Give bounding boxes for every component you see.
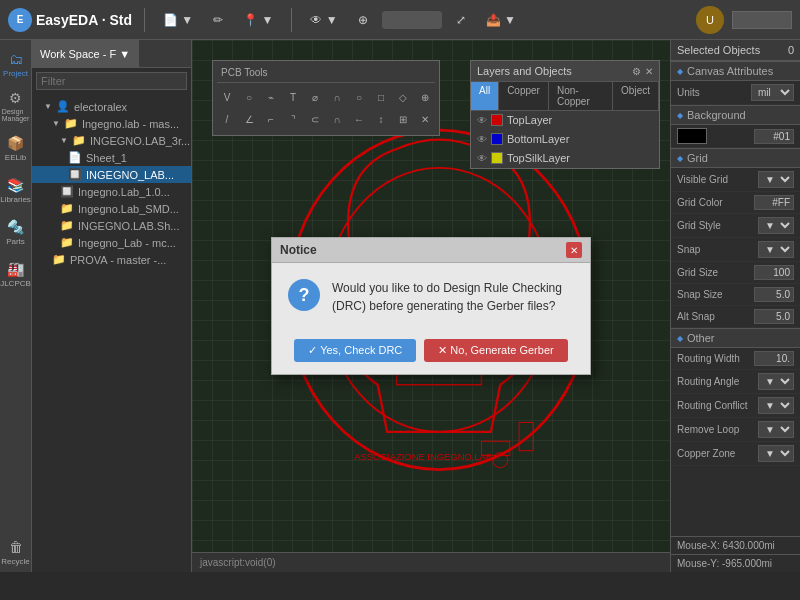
background-label: Background [687,109,746,121]
location-button[interactable]: 📍 ▼ [237,11,279,29]
alt-snap-value[interactable]: 5.0 [754,309,794,324]
tool-v[interactable]: V [217,87,237,107]
tool-grid-btn[interactable]: ⊞ [393,109,413,129]
yes-check-drc-button[interactable]: ✓ Yes, Check DRC [294,339,416,362]
draw-button[interactable]: ✏ [207,11,229,29]
routing-angle-label: Routing Angle [677,376,739,387]
snap-select[interactable]: ▼ [758,241,794,258]
sidebar-item-project[interactable]: 🗂 Project [2,44,30,84]
grid-style-select[interactable]: ▼ [758,217,794,234]
user-avatar[interactable]: U [696,6,724,34]
visible-grid-select[interactable]: ▼ [758,171,794,188]
tool-delete[interactable]: ✕ [415,109,435,129]
top-toolbar: E EasyEDA · Std 📄 ▼ ✏ 📍 ▼ 👁 ▼ ⊕ 100% ⤢ 📤… [0,0,800,40]
tool-via[interactable]: ⌀ [305,87,325,107]
layer-vis-silk[interactable]: 👁 [477,153,487,164]
tree-item-prova[interactable]: 📁 PROVA - master -... [32,251,191,268]
zoom-fit-button[interactable]: ⤢ [450,11,472,29]
tree-item-ingegno-lab3[interactable]: ▼ 📁 INGEGNO.LAB_3r... [32,132,191,149]
folder-icon-2: 📁 [72,134,86,147]
sidebar-item-libraries[interactable]: 📚 Libraries [2,170,30,210]
grid-size-value[interactable]: 100 [754,265,794,280]
background-header: Background [671,105,800,125]
pcb-tools-title: PCB Tools [217,65,435,83]
other-label: Other [687,332,715,344]
tree-item-ingegno-smd[interactable]: 📁 Ingegno.Lab_SMD... [32,200,191,217]
grid-style-row: Grid Style ▼ [671,214,800,238]
tool-arc2[interactable]: ∩ [327,109,347,129]
layers-header: Layers and Objects ⚙ ✕ [471,61,659,82]
sidebar-item-eelib[interactable]: 📦 EELib [2,128,30,168]
tool-pad[interactable]: ⊕ [415,87,435,107]
tool-angle[interactable]: ∠ [239,109,259,129]
tree-item-electoralex[interactable]: ▼ 👤 electoralex [32,98,191,115]
tool-rect[interactable]: □ [371,87,391,107]
tree-item-ingegno-mas[interactable]: ▼ 📁 Ingegno.lab - mas... [32,115,191,132]
export-button[interactable]: 📤 ▼ [480,11,522,29]
dialog-message: Would you like to do Design Rule Checkin… [332,279,574,315]
routing-angle-select[interactable]: ▼ [758,373,794,390]
units-row: Units milmm [671,81,800,105]
layer-tab-object[interactable]: Object [613,82,659,110]
grid-color-row: Grid Color #FF [671,192,800,214]
tool-circ2[interactable]: ○ [349,87,369,107]
units-label: Units [677,87,700,98]
tool-corner2[interactable]: ⌝ [283,109,303,129]
search-input[interactable] [732,11,792,29]
sidebar-item-design-manager[interactable]: ⚙ DesignManager [2,86,30,126]
tool-arrow[interactable]: ← [349,109,369,129]
tool-wire[interactable]: ⌁ [261,87,281,107]
copper-zone-select[interactable]: ▼ [758,445,794,462]
mouse-y-coord: Mouse-Y: -965.000mi [671,554,800,572]
layer-tab-copper[interactable]: Copper [499,82,549,110]
layers-settings-button[interactable]: ⚙ [632,66,641,77]
no-generate-gerber-button[interactable]: ✕ No, Generate Gerber [424,339,567,362]
tree-item-ingegno-mc[interactable]: 📁 Ingegno_Lab - mc... [32,234,191,251]
layers-close-button[interactable]: ✕ [645,66,653,77]
remove-loop-select[interactable]: ▼ [758,421,794,438]
routing-width-value[interactable]: 10. [754,351,794,366]
grid-label: Grid [687,152,708,164]
dialog-close-button[interactable]: ✕ [566,242,582,258]
units-select[interactable]: milmm [751,84,794,101]
tool-arc[interactable]: ∩ [327,87,347,107]
layers-header-buttons: ⚙ ✕ [632,66,653,77]
layer-vis-top[interactable]: 👁 [477,115,487,126]
layer-tab-non-copper[interactable]: Non-Copper [549,82,613,110]
sidebar-item-recycle[interactable]: 🗑 Recycle [2,532,30,572]
grid-header: Grid [671,148,800,168]
layer-vis-bottom[interactable]: 👁 [477,134,487,145]
project-filter-input[interactable] [36,72,187,90]
doc-icon: 📄 [68,151,82,164]
tree-item-ingegno-10[interactable]: 🔲 Ingegno.Lab_1.0... [32,183,191,200]
app-name: EasyEDA · Std [36,12,132,28]
logo-icon: E [8,8,32,32]
parts-label: Parts [6,237,25,246]
tree-item-ingegno-pcb[interactable]: 🔲 INGEGNO_LAB... [32,166,191,183]
mouse-y-value: -965.000mi [722,558,772,569]
tool-poly[interactable]: ◇ [393,87,413,107]
routing-conflict-select[interactable]: ▼ [758,397,794,414]
view-button[interactable]: 👁 ▼ [304,11,343,29]
tree-item-sheet1[interactable]: 📄 Sheet_1 [32,149,191,166]
design-manager-label: DesignManager [2,108,30,122]
snap-size-value[interactable]: 5.0 [754,287,794,302]
tool-shape[interactable]: ⊂ [305,109,325,129]
zoom-in-button[interactable]: ⊕ [352,11,374,29]
workspace-selector[interactable]: Work Space - F ▼ [32,40,139,67]
canvas-area[interactable]: 4000 5000 6000 7000 8000 9000 10000 [192,40,670,572]
zoom-input[interactable]: 100% [382,11,442,29]
mouse-x-label: Mouse-X [677,540,717,551]
layer-tab-all[interactable]: All [471,82,499,110]
tool-resize[interactable]: ↕ [371,109,391,129]
file-menu-button[interactable]: 📄 ▼ [157,11,199,29]
tool-corner1[interactable]: ⌐ [261,109,281,129]
tree-item-ingegno-sh[interactable]: 📁 INGEGNO.LAB.Sh... [32,217,191,234]
snap-row: Snap ▼ [671,238,800,262]
tool-text[interactable]: T [283,87,303,107]
sidebar-item-jlcpcb[interactable]: 🏭 JLCPCB [2,254,30,294]
tool-circle[interactable]: ○ [239,87,259,107]
sidebar-item-parts[interactable]: 🔩 Parts [2,212,30,252]
background-color-swatch[interactable] [677,128,707,144]
tool-line[interactable]: / [217,109,237,129]
